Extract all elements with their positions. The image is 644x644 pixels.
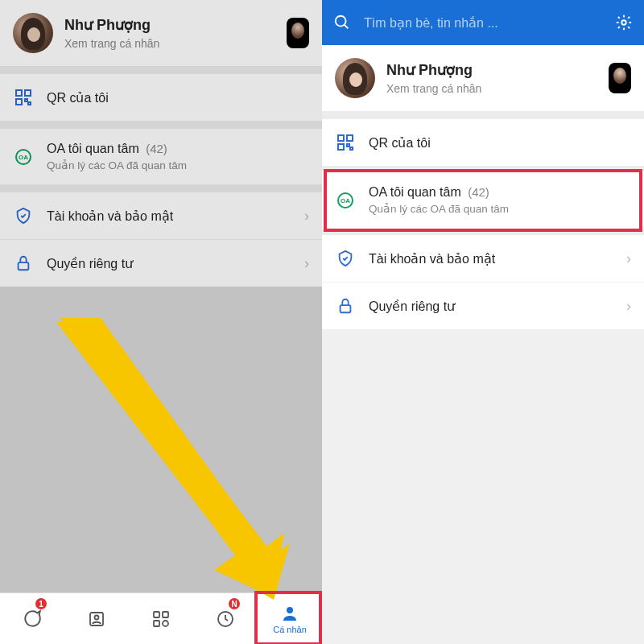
shield-icon [13, 205, 34, 226]
avatar [335, 58, 375, 98]
qr-avatar-thumbnail[interactable] [287, 18, 309, 48]
oa-icon: OA [13, 147, 34, 167]
menu-label: OA tôi quan tâm [47, 142, 139, 155]
profile-header[interactable]: Như Phượng Xem trang cá nhân [0, 0, 322, 66]
svg-rect-20 [338, 135, 344, 141]
svg-rect-27 [341, 305, 351, 312]
section-divider [0, 66, 322, 74]
svg-marker-16 [56, 322, 290, 600]
section-divider [0, 184, 322, 192]
menu-label: OA tôi quan tâm [369, 185, 461, 199]
shield-icon [335, 248, 356, 269]
menu-label: Tài khoản và bảo mật [47, 209, 173, 223]
nav-tab-contacts[interactable] [64, 593, 129, 644]
menu-label: Quyền riêng tư [369, 299, 455, 313]
menu-count: (42) [468, 185, 489, 199]
svg-point-9 [95, 615, 99, 619]
badge-new: N [229, 598, 240, 609]
svg-rect-21 [347, 135, 353, 141]
svg-rect-24 [350, 147, 353, 150]
lock-icon [335, 295, 356, 316]
badge-count: 1 [35, 598, 47, 609]
menu-label: QR của tôi [369, 136, 431, 150]
menu-label: QR của tôi [47, 91, 109, 105]
screen-left-profile-tab: Như Phượng Xem trang cá nhân QR của tôi [0, 0, 322, 644]
lock-icon [13, 253, 34, 274]
svg-text:OA: OA [341, 197, 350, 204]
svg-rect-3 [25, 99, 27, 101]
search-icon[interactable] [333, 14, 351, 31]
svg-text:OA: OA [19, 154, 28, 161]
svg-rect-13 [163, 621, 168, 626]
menu-item-privacy[interactable]: Quyền riêng tư › [0, 240, 322, 287]
svg-rect-0 [16, 90, 22, 96]
menu-label: Tài khoản và bảo mật [369, 252, 495, 266]
svg-rect-1 [25, 90, 31, 96]
section-divider [322, 111, 644, 119]
nav-tab-discover[interactable] [129, 593, 193, 644]
qr-icon [335, 132, 356, 153]
menu-sublabel: Quản lý các OA đã quan tâm [369, 202, 631, 215]
svg-rect-7 [19, 262, 29, 270]
nav-tab-profile[interactable]: Cá nhân [258, 593, 322, 644]
profile-name: Như Phượng [64, 16, 275, 34]
screen-right-oa-highlighted: Tìm bạn bè, tin nhắn ... Như Phượng Xem … [322, 0, 644, 644]
menu-item-security[interactable]: Tài khoản và bảo mật › [0, 192, 322, 240]
profile-header[interactable]: Như Phượng Xem trang cá nhân [322, 45, 644, 111]
menu-item-security[interactable]: Tài khoản và bảo mật › [322, 235, 644, 283]
svg-line-18 [345, 25, 349, 29]
svg-rect-4 [28, 102, 31, 105]
menu-item-oa[interactable]: OA OA tôi quan tâm (42) Quản lý các OA đ… [322, 171, 644, 230]
svg-point-17 [336, 16, 346, 27]
oa-icon: OA [335, 190, 356, 211]
avatar [13, 13, 53, 53]
search-input[interactable]: Tìm bạn bè, tin nhắn ... [364, 15, 615, 31]
annotation-arrow [32, 314, 290, 604]
profile-subtitle: Xem trang cá nhân [386, 82, 597, 95]
svg-rect-10 [154, 612, 159, 617]
menu-item-privacy[interactable]: Quyền riêng tư › [322, 283, 644, 329]
menu-count: (42) [146, 142, 167, 155]
bottom-nav: 1 N Cá nhân [0, 592, 322, 644]
menu-item-qr[interactable]: QR của tôi [322, 119, 644, 166]
svg-rect-11 [163, 612, 168, 617]
svg-point-15 [287, 607, 293, 613]
chevron-right-icon: › [626, 250, 631, 267]
nav-tab-messages[interactable]: 1 [0, 593, 64, 644]
nav-label: Cá nhân [273, 625, 307, 634]
settings-gear-icon[interactable] [615, 14, 633, 31]
profile-subtitle: Xem trang cá nhân [64, 37, 275, 50]
menu-sublabel: Quản lý các OA đã quan tâm [47, 159, 309, 171]
chevron-right-icon: › [626, 298, 631, 315]
svg-point-19 [621, 20, 626, 25]
menu-item-oa[interactable]: OA OA tôi quan tâm (42) Quản lý các OA đ… [0, 129, 322, 184]
svg-rect-2 [16, 99, 22, 105]
menu-label: Quyền riêng tư [47, 257, 133, 270]
top-search-bar: Tìm bạn bè, tin nhắn ... [322, 0, 644, 45]
nav-tab-timeline[interactable]: N [193, 593, 258, 644]
chevron-right-icon: › [304, 255, 309, 272]
section-divider [0, 121, 322, 129]
svg-rect-12 [154, 621, 159, 626]
svg-rect-22 [338, 144, 344, 150]
profile-name: Như Phượng [386, 61, 597, 79]
qr-avatar-thumbnail[interactable] [609, 63, 631, 93]
qr-icon [13, 87, 34, 108]
menu-item-qr[interactable]: QR của tôi [0, 74, 322, 121]
svg-rect-23 [347, 144, 349, 147]
chevron-right-icon: › [304, 208, 309, 225]
